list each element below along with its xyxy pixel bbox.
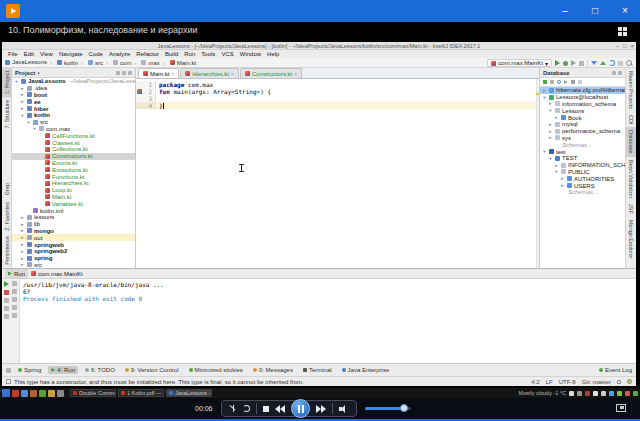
database-tree-item[interactable]: ▸ INFORMATION_SCHEMA — [540, 162, 625, 169]
tool-button[interactable]: Maven Projects — [626, 68, 636, 112]
project-tree-item[interactable]: Exceptions.kt — [12, 166, 135, 173]
warning-marker[interactable] — [536, 93, 539, 95]
shuffle-icon[interactable] — [230, 405, 237, 412]
volume-icon[interactable] — [339, 405, 348, 413]
breadcrumb-item[interactable]: src — [78, 60, 103, 66]
collapse-icon[interactable] — [128, 71, 132, 75]
menu-item[interactable]: Run — [181, 51, 198, 57]
expand-arrow-icon[interactable]: ▸ — [20, 228, 25, 233]
expand-arrow-icon[interactable]: ▸ — [548, 101, 553, 106]
menu-item[interactable]: View — [37, 51, 56, 57]
menu-item[interactable]: Analyze — [106, 51, 133, 57]
database-tree-item[interactable]: ▾ PUBLIC — [540, 169, 625, 176]
expand-arrow-icon[interactable]: ▸ — [554, 163, 559, 168]
expand-arrow-icon[interactable]: ▸ — [20, 249, 25, 254]
project-tree-item[interactable]: Loop.kt — [12, 187, 135, 194]
window-titlebar[interactable]: – □ × — [0, 0, 640, 22]
expand-arrow-icon[interactable]: ▸ — [20, 235, 25, 240]
launcher-icon[interactable] — [39, 390, 46, 397]
restore-layout-icon[interactable] — [4, 298, 9, 303]
tray-icon[interactable] — [625, 391, 630, 396]
project-tree-item[interactable]: ▾ kotlin — [12, 112, 135, 119]
scroll-end-icon[interactable] — [12, 305, 17, 310]
editor-line[interactable]: 1package com.max — [136, 81, 536, 88]
taskbar-window-button[interactable]: JavaLessons - [~/I... — [166, 389, 212, 397]
tool-button[interactable]: Grep — [2, 180, 12, 198]
vcs-branch[interactable]: Git: master — [582, 379, 611, 385]
caret-position[interactable]: 4:2 — [531, 379, 539, 385]
close-console-icon[interactable] — [4, 314, 9, 319]
project-tree-item[interactable]: Classes.kt — [12, 139, 135, 146]
minimize-button[interactable]: – — [550, 0, 580, 22]
tray-icon[interactable] — [633, 391, 638, 396]
database-tree-item[interactable]: ▸ hibernate.cfg.xml/Hibernate — [540, 87, 625, 94]
project-tree-item[interactable]: ▸ out — [12, 234, 135, 241]
more-icon[interactable] — [578, 80, 582, 84]
rerun-button[interactable] — [4, 281, 9, 287]
project-tree-item[interactable]: ▸ springweb2 — [12, 248, 135, 255]
tool-button[interactable]: 2: Favorites — [2, 199, 12, 234]
toolwindow-button[interactable]: Terminal — [300, 366, 335, 374]
database-tree-item[interactable]: ▾ Lessons — [540, 107, 625, 114]
toolwindow-button[interactable]: 0: Messages — [250, 366, 296, 374]
tray-icon[interactable] — [601, 391, 606, 396]
taskbar-window-button[interactable]: 1 Kotlin.pdf — Kot... — [118, 389, 164, 397]
expand-arrow-icon[interactable]: ▸ — [548, 129, 553, 134]
editor-line[interactable]: 3 — [136, 95, 536, 102]
expand-arrow-icon[interactable]: ▾ — [554, 169, 559, 174]
project-tree-item[interactable]: Functions.kt — [12, 173, 135, 180]
expand-arrow-icon[interactable]: ▸ — [560, 176, 565, 181]
table-view-icon[interactable] — [571, 80, 575, 84]
run-console-output[interactable]: /usr/lib/jvm/java-8-oracle/bin/java ...6… — [20, 279, 636, 363]
video-area[interactable]: 10. Полиморфизм, наследование и иерархии… — [0, 22, 640, 421]
lock-icon[interactable] — [617, 380, 621, 384]
menu-item[interactable]: Help — [264, 51, 282, 57]
vcs-commit-icon[interactable] — [600, 61, 606, 65]
project-tree-item[interactable]: ▸ mongo — [12, 228, 135, 235]
project-tree-item[interactable]: Enums.kt — [12, 160, 135, 167]
project-tree-item[interactable]: Constructors.kt — [12, 153, 135, 160]
tool-button[interactable]: Database — [626, 127, 636, 157]
launcher-icon[interactable] — [48, 390, 55, 397]
tool-button[interactable]: 7: Structure — [2, 97, 12, 131]
weather-indicator[interactable]: Mostly cloudy -1 °C — [519, 390, 566, 396]
project-tree-item[interactable]: kotlin.iml — [12, 207, 135, 214]
ide-close-button[interactable]: × — [630, 42, 634, 50]
project-tree-item[interactable]: ▸ lib — [12, 221, 135, 228]
expand-arrow-icon[interactable]: ▸ — [542, 88, 547, 93]
tray-icon[interactable] — [585, 391, 590, 396]
expand-arrow-icon[interactable]: ▸ — [20, 262, 25, 267]
toolwindow-button[interactable]: Java Enterprise — [339, 366, 393, 374]
database-tree-item[interactable]: ▸ sys — [540, 135, 625, 142]
launcher-icon[interactable] — [57, 390, 64, 397]
editor-line[interactable]: 4} — [136, 102, 536, 109]
run-button[interactable] — [555, 60, 560, 66]
coverage-button[interactable] — [571, 60, 576, 66]
play-pause-button[interactable] — [291, 399, 310, 418]
expand-arrow-icon[interactable]: ▸ — [548, 135, 553, 140]
expand-arrow-icon[interactable]: ▸ — [20, 242, 25, 247]
event-log-button[interactable]: Event Log — [599, 367, 632, 373]
rewind-button[interactable] — [275, 405, 285, 413]
playlist-grid-icon[interactable] — [618, 27, 627, 36]
line-ending[interactable]: LF — [546, 379, 553, 385]
console-run-icon[interactable] — [564, 80, 568, 84]
expand-arrow-icon[interactable]: ▸ — [20, 92, 25, 97]
hector-icon[interactable] — [627, 379, 632, 384]
editor-tab[interactable]: Constructors.kt × — [240, 68, 302, 78]
tool-button[interactable]: CDI — [626, 112, 636, 127]
properties-icon[interactable] — [550, 80, 554, 84]
expand-arrow-icon[interactable]: ▸ — [20, 106, 25, 111]
expand-arrow-icon[interactable]: ▾ — [542, 149, 547, 154]
tray-icon[interactable] — [577, 391, 582, 396]
project-tree-item[interactable]: Main.kt — [12, 194, 135, 201]
project-tree-item[interactable]: CallFunctions.kt — [12, 132, 135, 139]
project-tree-item[interactable]: ▾ JavaLessons ~/IdeaProjects/JavaLessons — [12, 78, 135, 85]
editor-area[interactable]: Main.kt × Hierarchies.kt × Constructors.… — [136, 68, 539, 268]
breadcrumb-item[interactable]: Main.kt — [160, 60, 196, 66]
tray-icon[interactable] — [609, 391, 614, 396]
menu-item[interactable]: Code — [86, 51, 106, 57]
volume-knob[interactable] — [400, 404, 408, 412]
add-datasource-icon[interactable] — [543, 80, 547, 84]
vcs-update-icon[interactable] — [591, 61, 597, 65]
